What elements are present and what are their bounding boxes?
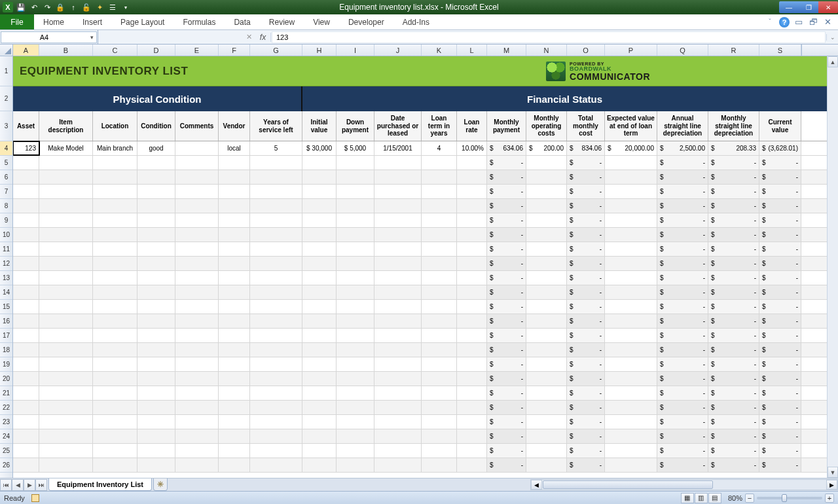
cell-empty[interactable]: - [759, 213, 801, 227]
tab-home[interactable]: Home [34, 14, 73, 29]
cell-empty[interactable]: - [567, 257, 605, 270]
zoom-level[interactable]: 80% [728, 494, 742, 502]
cell-empty[interactable] [605, 213, 657, 227]
cell-empty[interactable]: - [657, 185, 708, 198]
cell-empty[interactable]: - [567, 185, 605, 198]
cell-empty[interactable]: - [487, 458, 526, 472]
cell-empty[interactable]: - [708, 213, 759, 227]
zoom-out-icon[interactable]: − [745, 494, 754, 503]
cell-empty[interactable] [337, 429, 374, 443]
cell-empty[interactable] [337, 386, 374, 400]
cell-empty[interactable] [13, 228, 39, 242]
cell-empty[interactable] [374, 372, 422, 386]
table-row[interactable]: ----- [13, 213, 827, 228]
cell-empty[interactable] [605, 242, 657, 256]
cell-empty[interactable] [374, 386, 422, 400]
cell-empty[interactable] [605, 386, 657, 400]
cell-empty[interactable] [302, 156, 337, 170]
cell-location[interactable]: Main branch [93, 141, 137, 155]
cell-empty[interactable] [422, 285, 457, 299]
table-row[interactable]: ----- [13, 329, 827, 343]
sheet-last-icon[interactable]: ⏭ [35, 479, 47, 491]
cell-empty[interactable] [93, 458, 137, 472]
cell-empty[interactable] [250, 343, 302, 357]
cell-empty[interactable] [39, 357, 93, 371]
cell-empty[interactable]: - [487, 415, 526, 429]
cell-empty[interactable] [337, 185, 374, 198]
tab-view[interactable]: View [304, 14, 339, 29]
cell-empty[interactable] [526, 329, 567, 342]
cell-empty[interactable] [422, 242, 457, 256]
tab-page-layout[interactable]: Page Layout [111, 14, 173, 29]
cell-empty[interactable] [422, 372, 457, 386]
cell-empty[interactable] [137, 357, 175, 371]
cell-date[interactable]: 1/15/2001 [374, 141, 422, 155]
cell-empty[interactable] [39, 386, 93, 400]
arrow-up-icon[interactable]: ↑ [68, 2, 79, 12]
cell-empty[interactable] [457, 415, 487, 429]
table-row[interactable]: ----- [13, 300, 827, 314]
cell-empty[interactable] [219, 343, 250, 357]
col-header-A[interactable]: A [13, 45, 39, 56]
cell-empty[interactable] [250, 458, 302, 472]
unlock-icon[interactable]: 🔓 [81, 2, 92, 12]
cell-empty[interactable] [250, 415, 302, 429]
view-pagebreak-icon[interactable]: ▤ [708, 493, 721, 503]
row-header[interactable]: 25 [0, 444, 12, 458]
cell-empty[interactable] [457, 156, 487, 170]
cell-empty[interactable] [175, 213, 219, 227]
cell-empty[interactable] [457, 429, 487, 443]
ribbon-restore-icon[interactable]: 🗗 [808, 17, 818, 27]
cell-empty[interactable]: - [487, 401, 526, 414]
cell-empty[interactable] [526, 343, 567, 357]
cell-empty[interactable] [374, 170, 422, 184]
cell-empty[interactable]: - [567, 444, 605, 458]
cell-empty[interactable] [526, 199, 567, 213]
cell-years[interactable]: 5 [250, 141, 302, 155]
cell-empty[interactable] [137, 329, 175, 342]
section-header-row[interactable]: Physical Condition Financial Status [13, 86, 827, 111]
col-header-I[interactable]: I [337, 45, 374, 56]
row-header[interactable]: 2 [0, 86, 12, 111]
sheet-next-icon[interactable]: ▶ [24, 479, 35, 491]
tab-developer[interactable]: Developer [339, 14, 393, 29]
cell-empty[interactable] [302, 458, 337, 472]
zoom-in-icon[interactable]: + [825, 494, 834, 503]
row-header[interactable]: 16 [0, 314, 12, 329]
table-row[interactable]: ----- [13, 156, 827, 170]
cell-empty[interactable] [422, 415, 457, 429]
cell-empty[interactable] [457, 343, 487, 357]
cell-empty[interactable]: - [759, 329, 801, 342]
tab-data[interactable]: Data [225, 14, 259, 29]
cell-empty[interactable]: - [759, 185, 801, 198]
hscroll-right-icon[interactable]: ▶ [826, 480, 837, 490]
cell-empty[interactable] [175, 372, 219, 386]
cell-empty[interactable]: - [759, 372, 801, 386]
table-row[interactable]: ----- [13, 429, 827, 444]
cell-empty[interactable] [250, 156, 302, 170]
cell-empty[interactable] [175, 185, 219, 198]
cell-empty[interactable]: - [487, 257, 526, 270]
row-header[interactable]: 13 [0, 271, 12, 285]
cell-annsl[interactable]: 2,500.00 [657, 141, 708, 155]
cell-empty[interactable]: - [759, 242, 801, 256]
cell-empty[interactable] [302, 242, 337, 256]
cell-empty[interactable] [219, 329, 250, 342]
row-header[interactable]: 21 [0, 386, 12, 401]
view-normal-icon[interactable]: ▦ [681, 493, 694, 503]
row-header[interactable]: 17 [0, 329, 12, 343]
cell-empty[interactable] [526, 415, 567, 429]
cell-empty[interactable] [422, 458, 457, 472]
cell-empty[interactable] [219, 458, 250, 472]
cell-empty[interactable]: - [567, 285, 605, 299]
cell-empty[interactable] [93, 300, 137, 314]
cell-empty[interactable]: - [657, 386, 708, 400]
cell-empty[interactable] [219, 156, 250, 170]
cell-empty[interactable]: - [759, 228, 801, 242]
table-row[interactable]: ----- [13, 415, 827, 429]
cell-empty[interactable] [605, 156, 657, 170]
cell-empty[interactable] [374, 300, 422, 314]
cell-empty[interactable]: - [487, 314, 526, 328]
cell-empty[interactable] [93, 242, 137, 256]
cell-empty[interactable] [457, 199, 487, 213]
